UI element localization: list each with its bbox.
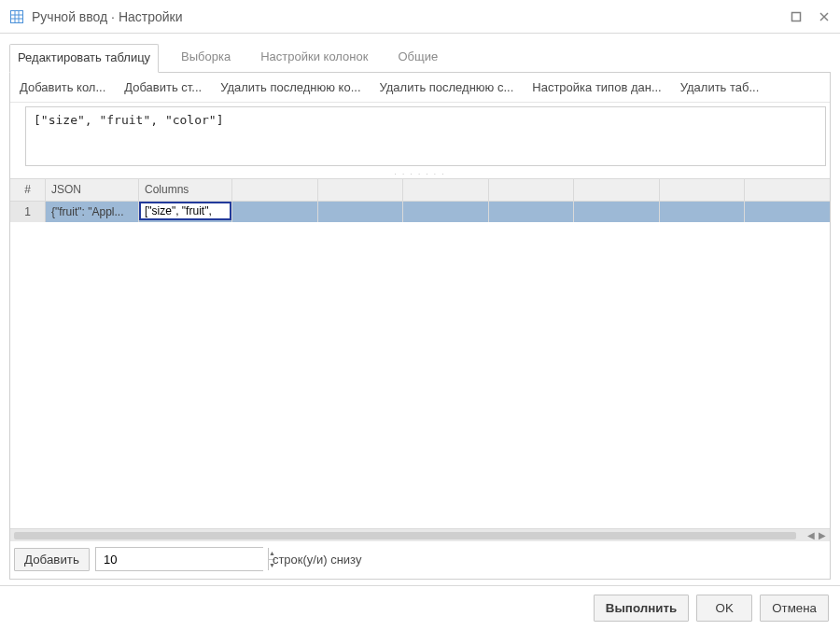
tab-label: Настройки колонок: [260, 49, 368, 63]
tabbar: Редактировать таблицу Выборка Настройки …: [0, 34, 840, 72]
ok-button[interactable]: OK: [696, 595, 752, 622]
table-row[interactable]: 1 {"fruit": "Appl...: [10, 202, 830, 222]
add-rows-button[interactable]: Добавить: [14, 548, 90, 571]
tab-general[interactable]: Общие: [390, 44, 445, 73]
data-grid: # JSON Columns 1 {"fruit": "Appl...: [10, 178, 830, 541]
row-count-stepper[interactable]: ▲ ▼: [95, 547, 263, 571]
grid-body: 1 {"fruit": "Appl...: [10, 202, 830, 528]
header-empty[interactable]: [232, 179, 318, 201]
scroll-right-icon[interactable]: ▶: [819, 530, 826, 540]
table-icon: [9, 9, 24, 24]
header-empty[interactable]: [403, 179, 489, 201]
header-columns[interactable]: Columns: [139, 179, 232, 201]
header-extra-columns: [232, 179, 830, 201]
header-empty[interactable]: [745, 179, 830, 201]
tab-column-settings[interactable]: Настройки колонок: [253, 44, 375, 73]
run-button[interactable]: Выполнить: [594, 595, 689, 622]
header-index[interactable]: #: [10, 179, 46, 201]
cell-columns[interactable]: [139, 202, 232, 222]
cell-empty[interactable]: [489, 202, 575, 222]
grid-header-row: # JSON Columns: [10, 179, 830, 202]
dialog-footer: Выполнить OK Отмена: [0, 585, 840, 630]
code-editor-wrap: [10, 103, 830, 169]
svg-rect-5: [792, 12, 801, 21]
header-empty[interactable]: [660, 179, 746, 201]
cell-empty[interactable]: [660, 202, 746, 222]
delete-last-row-action[interactable]: Удалить последнюю с...: [380, 80, 514, 94]
window-controls: [788, 8, 833, 25]
tab-label: Редактировать таблицу: [18, 50, 150, 64]
cancel-button[interactable]: Отмена: [760, 595, 829, 622]
window-title: Ручной ввод · Настройки: [32, 9, 788, 24]
horizontal-scrollbar[interactable]: ◀ ▶: [10, 528, 830, 541]
header-empty[interactable]: [574, 179, 660, 201]
delete-table-action[interactable]: Удалить таб...: [680, 80, 760, 94]
header-empty[interactable]: [318, 179, 404, 201]
header-json[interactable]: JSON: [46, 179, 139, 201]
maximize-icon[interactable]: [788, 8, 805, 25]
actionbar: Добавить кол... Добавить ст... Удалить п…: [10, 73, 830, 103]
header-empty[interactable]: [489, 179, 575, 201]
cell-empty[interactable]: [232, 202, 318, 222]
tab-label: Выборка: [181, 49, 231, 63]
cell-empty[interactable]: [403, 202, 489, 222]
add-row-action[interactable]: Добавить ст...: [124, 80, 202, 94]
titlebar: Ручной ввод · Настройки: [0, 0, 840, 34]
json-editor[interactable]: [25, 106, 826, 166]
add-rows-suffix: строк(у/и) снизу: [273, 553, 362, 567]
cell-json[interactable]: {"fruit": "Appl...: [46, 202, 139, 222]
edit-panel: Добавить кол... Добавить ст... Удалить п…: [9, 72, 831, 580]
tab-edit-table[interactable]: Редактировать таблицу: [9, 44, 159, 73]
cell-empty[interactable]: [745, 202, 830, 222]
row-index: 1: [10, 202, 46, 222]
tab-label: Общие: [398, 49, 438, 63]
add-column-action[interactable]: Добавить кол...: [20, 80, 105, 94]
scrollbar-thumb[interactable]: [14, 532, 796, 539]
configure-types-action[interactable]: Настройка типов дан...: [532, 80, 661, 94]
cell-editor-input[interactable]: [139, 202, 231, 220]
cell-empty[interactable]: [318, 202, 404, 222]
row-extra-cells: [232, 202, 830, 222]
cell-empty[interactable]: [574, 202, 660, 222]
delete-last-column-action[interactable]: Удалить последнюю ко...: [220, 80, 360, 94]
row-count-input[interactable]: [96, 548, 268, 570]
scroll-left-icon[interactable]: ◀: [807, 530, 815, 540]
tab-selection[interactable]: Выборка: [174, 44, 238, 73]
add-rows-bar: Добавить ▲ ▼ строк(у/и) снизу: [10, 541, 830, 579]
splitter-handle[interactable]: · · · · · · ·: [10, 169, 830, 178]
svg-rect-0: [11, 10, 23, 22]
settings-dialog: Ручной ввод · Настройки Редактировать та…: [0, 0, 840, 630]
close-icon[interactable]: [816, 8, 833, 25]
